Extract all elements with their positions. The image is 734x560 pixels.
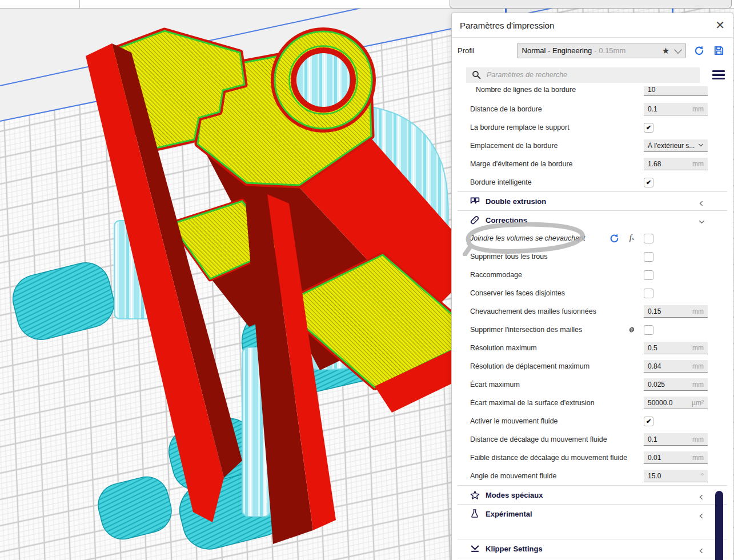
section-header-mesh-fixes[interactable]: Corrections bbox=[452, 211, 733, 229]
section-header-dual-extrusion[interactable]: Double extrusion bbox=[452, 192, 733, 210]
setting-value-field[interactable]: 50000.0µm² bbox=[644, 397, 708, 409]
section-header-klipper[interactable]: Klipper Settings bbox=[452, 539, 733, 558]
reset-value-button[interactable] bbox=[608, 233, 620, 244]
setting-label: Activer le mouvement fluide bbox=[470, 417, 644, 425]
setting-value-field[interactable]: 0.84mm bbox=[644, 360, 708, 373]
dual-extrusion-icon bbox=[469, 195, 480, 207]
setting-row: Nombre de lignes de la bordure10 bbox=[452, 86, 733, 100]
star-icon bbox=[469, 489, 480, 501]
search-icon bbox=[472, 70, 481, 79]
setting-row: Résolution de déplacement maximum0.84mm bbox=[452, 357, 733, 375]
setting-row: Supprimer l'intersection des mailles bbox=[452, 321, 733, 339]
setting-row: Distance de décalage du mouvement fluide… bbox=[452, 430, 733, 449]
setting-value-field[interactable]: 15.0° bbox=[644, 470, 708, 482]
setting-value: 0.15 bbox=[648, 307, 692, 315]
setting-row: Écart maximal de la surface d'extrusion5… bbox=[452, 394, 733, 412]
setting-label: Joindre les volumes se chevauchant bbox=[470, 234, 608, 242]
setting-row: Distance de la bordure0.1mm bbox=[452, 100, 733, 118]
setting-label: Supprimer l'intersection des mailles bbox=[470, 326, 626, 334]
function-icon[interactable]: fx bbox=[626, 233, 637, 244]
setting-label: Résolution maximum bbox=[470, 344, 644, 352]
setting-row: Marge d'évitement de la bordure1.68mm bbox=[452, 155, 733, 173]
setting-row: Faible distance de décalage du mouvement… bbox=[452, 449, 733, 467]
profile-value: Normal - Engineering bbox=[522, 46, 592, 55]
setting-checkbox[interactable]: ✔ bbox=[644, 123, 653, 133]
profile-variant: - 0.15mm bbox=[594, 46, 661, 55]
setting-value-field[interactable]: 0.15mm bbox=[644, 305, 708, 318]
setting-unit: mm bbox=[692, 381, 704, 389]
setting-value-field[interactable]: 0.5mm bbox=[644, 342, 708, 354]
setting-row: Angle de mouvement fluide15.0° bbox=[452, 467, 733, 485]
panel-title: Paramètres d'impression bbox=[460, 21, 554, 30]
chevron-down-icon bbox=[699, 217, 704, 223]
section-header-star[interactable]: Modes spéciaux bbox=[452, 486, 733, 504]
close-icon[interactable]: ✕ bbox=[715, 19, 725, 31]
linked-setting-icon bbox=[626, 324, 637, 335]
setting-value-field[interactable]: 1.68mm bbox=[644, 158, 708, 170]
setting-unit: ° bbox=[701, 472, 704, 480]
setting-unit: mm bbox=[692, 435, 704, 443]
section-label: Modes spéciaux bbox=[486, 491, 699, 499]
section-header-flask[interactable]: Expérimental bbox=[452, 505, 733, 523]
section-label: Klipper Settings bbox=[486, 545, 699, 553]
setting-dropdown[interactable]: À l'extérieur s... bbox=[644, 139, 708, 152]
chevron-left-icon bbox=[699, 198, 704, 204]
reset-profile-button[interactable] bbox=[693, 45, 705, 57]
application-window: Paramètres d'impression ✕ Profil Normal … bbox=[0, 0, 734, 560]
setting-label: Bordure intelligente bbox=[470, 178, 644, 186]
setting-unit: mm bbox=[692, 160, 704, 168]
setting-checkbox[interactable] bbox=[644, 252, 653, 262]
setting-row: Conserver les faces disjointes bbox=[452, 284, 733, 302]
hamburger-icon bbox=[712, 70, 725, 72]
setting-value-field[interactable]: 10 bbox=[644, 86, 708, 96]
profile-dropdown[interactable]: Normal - Engineering - 0.15mm ★ bbox=[517, 43, 687, 58]
save-profile-button[interactable] bbox=[712, 45, 725, 57]
setting-checkbox[interactable]: ✔ bbox=[644, 417, 653, 426]
setting-value: 0.5 bbox=[648, 344, 692, 352]
panel-header: Paramètres d'impression ✕ bbox=[452, 13, 733, 38]
settings-scroll-area: Nombre de lignes de la bordure10Distance… bbox=[452, 86, 733, 560]
section-divider bbox=[458, 558, 727, 558]
setting-label: Distance de décalage du mouvement fluide bbox=[470, 435, 644, 443]
setting-row: Joindre les volumes se chevauchantfx bbox=[452, 229, 733, 247]
search-input[interactable]: Paramètres de recherche bbox=[466, 67, 700, 83]
setting-unit: mm bbox=[692, 105, 704, 113]
setting-value-field[interactable]: 0.01mm bbox=[644, 451, 708, 464]
setting-unit: µm² bbox=[692, 399, 704, 407]
setting-value-field[interactable]: 0.1mm bbox=[644, 103, 708, 115]
search-placeholder: Paramètres de recherche bbox=[487, 71, 567, 79]
setting-unit: mm bbox=[692, 454, 704, 462]
setting-unit: mm bbox=[692, 362, 704, 370]
setting-checkbox[interactable] bbox=[644, 270, 653, 280]
setting-label: Conserver les faces disjointes bbox=[470, 289, 644, 297]
setting-checkbox[interactable]: ✔ bbox=[644, 178, 653, 187]
stage-menu-button[interactable] bbox=[450, 0, 732, 9]
flask-icon bbox=[469, 508, 480, 519]
setting-value: À l'extérieur s... bbox=[648, 142, 698, 150]
setting-value-field[interactable]: 0.1mm bbox=[644, 433, 708, 446]
setting-value: 0.1 bbox=[648, 435, 692, 443]
mesh-fixes-icon bbox=[469, 214, 480, 226]
section-label: Double extrusion bbox=[486, 197, 699, 206]
setting-checkbox[interactable] bbox=[644, 289, 653, 298]
chevron-down-icon bbox=[698, 142, 704, 150]
setting-row: Activer le mouvement fluide✔ bbox=[452, 412, 733, 430]
setting-checkbox[interactable] bbox=[644, 325, 653, 335]
favorite-star-icon[interactable]: ★ bbox=[662, 46, 669, 56]
setting-value-field[interactable]: 0.025mm bbox=[644, 378, 708, 391]
chevron-down-icon bbox=[674, 45, 682, 53]
search-row: Paramètres de recherche bbox=[452, 63, 733, 86]
setting-label: Supprimer tous les trous bbox=[470, 253, 644, 261]
setting-label: Résolution de déplacement maximum bbox=[470, 362, 644, 370]
scrollbar-thumb[interactable] bbox=[715, 491, 723, 560]
chevron-left-icon bbox=[699, 546, 704, 551]
setting-checkbox[interactable] bbox=[644, 234, 653, 243]
settings-menu-button[interactable] bbox=[712, 70, 725, 80]
section-label: Expérimental bbox=[486, 510, 699, 518]
setting-label: La bordure remplace le support bbox=[470, 123, 644, 131]
save-icon bbox=[713, 45, 724, 56]
profile-label: Profil bbox=[458, 46, 517, 55]
setting-row: Emplacement de la bordureÀ l'extérieur s… bbox=[452, 137, 733, 155]
setting-label: Chevauchement des mailles fusionnées bbox=[470, 307, 644, 315]
setting-row: Écart maximum0.025mm bbox=[452, 375, 733, 394]
